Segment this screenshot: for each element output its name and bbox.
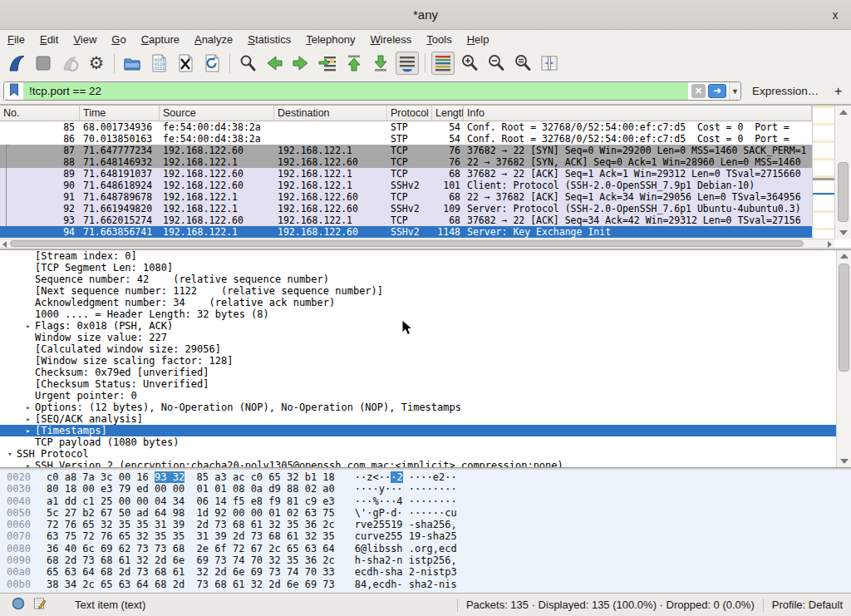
scroll-up-arrow[interactable] (840, 254, 849, 259)
expression-button[interactable]: Expression… (752, 85, 819, 97)
column-header-time[interactable]: Time (80, 106, 160, 121)
hex-row[interactable]: 008036 40 6c 69 62 73 73 68 2e 6f 72 67 … (0, 543, 851, 554)
detail-line[interactable]: [Calculated window size: 29056] (0, 343, 851, 355)
detail-line[interactable]: [Next sequence number: 1122 (relative se… (0, 285, 851, 297)
menu-go[interactable]: Go (104, 32, 133, 47)
column-header-source[interactable]: Source (160, 106, 274, 121)
filter-add-button[interactable]: + (834, 84, 842, 99)
display-filter-input[interactable] (24, 82, 688, 100)
scrollbar-thumb[interactable] (839, 264, 849, 372)
zoom-out-button[interactable] (485, 52, 508, 75)
packet-list-vertical-scrollbar[interactable] (834, 106, 851, 239)
column-header-no[interactable]: No. (0, 106, 80, 121)
close-window-button[interactable]: x (828, 7, 843, 22)
expert-info-button[interactable] (12, 597, 25, 613)
go-last-button[interactable] (369, 52, 392, 75)
scrollbar-thumb[interactable] (838, 162, 849, 222)
packet-row-88[interactable]: 8871.648146932192.168.122.1192.168.122.6… (0, 156, 812, 168)
go-forward-button[interactable] (289, 52, 312, 75)
packet-row-89[interactable]: 8971.648191037192.168.122.60192.168.122.… (0, 168, 812, 180)
stop-capture-button[interactable] (32, 52, 55, 75)
hex-row[interactable]: 0020c0 a8 7a 3c 00 16 93 32 85 a3 ac c0 … (0, 471, 851, 483)
menu-wireless[interactable]: Wireless (363, 32, 420, 47)
expander-icon[interactable]: ▸ (22, 460, 35, 468)
detail-line-flags[interactable]: ▸Flags: 0x018 (PSH, ACK) (0, 320, 851, 332)
filter-bookmark-button[interactable] (4, 82, 24, 100)
zoom-reset-button[interactable] (511, 52, 534, 75)
detail-line[interactable]: 1000 .... = Header Length: 32 bytes (8) (0, 308, 851, 320)
packet-row-87[interactable]: 8771.647777234192.168.122.60192.168.122.… (0, 145, 812, 156)
auto-scroll-button[interactable] (396, 52, 419, 75)
packet-row-86[interactable]: 8670.013850163fe:54:00:d4:38:2aSTP54Conf… (0, 133, 812, 145)
scroll-left-arrow[interactable] (2, 241, 7, 248)
menu-edit[interactable]: Edit (32, 32, 66, 47)
menu-view[interactable]: View (66, 32, 104, 47)
detail-line-seq-ack[interactable]: ▸[SEQ/ACK analysis] (0, 413, 851, 425)
go-to-packet-button[interactable] (316, 52, 339, 75)
go-first-button[interactable] (342, 52, 366, 75)
hex-row[interactable]: 007063 75 72 76 65 32 35 35 31 39 2d 73 … (0, 530, 851, 542)
filter-apply-button[interactable]: ➜ (708, 84, 726, 98)
detail-line[interactable]: Checksum: 0x79ed [unverified] (0, 367, 851, 378)
menu-tools[interactable]: Tools (419, 32, 459, 47)
detail-vertical-scrollbar[interactable] (836, 250, 851, 467)
packet-row-93[interactable]: 9371.662015274192.168.122.60192.168.122.… (0, 214, 812, 226)
detail-line[interactable]: [Window size scaling factor: 128] (0, 355, 851, 367)
column-header-destination[interactable]: Destination (274, 106, 387, 121)
close-file-button[interactable] (174, 52, 197, 75)
packet-row-94-selected[interactable]: 9471.663856741192.168.122.1192.168.122.6… (0, 226, 812, 238)
detail-line[interactable]: Sequence number: 42 (relative sequence n… (0, 274, 851, 285)
column-header-length[interactable]: Length (432, 106, 464, 121)
filter-clear-button[interactable]: ✕ (691, 84, 706, 98)
packet-list-horizontal-scrollbar[interactable] (0, 239, 834, 248)
hex-row[interactable]: 00a065 63 64 68 2d 73 68 61 32 2d 6e 69 … (0, 566, 851, 578)
detail-line[interactable]: [Checksum Status: Unverified] (0, 378, 851, 390)
find-packet-button[interactable] (236, 52, 259, 75)
colorize-button[interactable] (431, 52, 455, 75)
capture-options-button[interactable]: ⚙ (85, 52, 108, 75)
packet-list-minimap[interactable] (812, 106, 834, 239)
packet-row-92[interactable]: 9271.661949820192.168.122.1192.168.122.6… (0, 203, 812, 214)
packet-row-90[interactable]: 9071.648618924192.168.122.60192.168.122.… (0, 180, 812, 191)
detail-line[interactable]: TCP payload (1080 bytes) (0, 436, 851, 448)
detail-line[interactable]: [TCP Segment Len: 1080] (0, 262, 851, 274)
capture-comment-button[interactable] (33, 597, 47, 613)
expander-icon[interactable]: ▸ (22, 320, 35, 332)
save-file-button[interactable]: 010101100111 (147, 52, 170, 75)
packet-row-85[interactable]: 8568.001734936fe:54:00:d4:38:2aSTP54Conf… (0, 121, 812, 133)
expander-icon[interactable]: ▾ (3, 448, 17, 460)
hex-row[interactable]: 0040a1 dd c1 25 00 00 04 34 06 14 f5 e8 … (0, 495, 851, 507)
resize-columns-button[interactable] (538, 52, 561, 75)
expander-icon[interactable]: ▸ (22, 402, 35, 413)
detail-line-timestamps-selected[interactable]: ▸[Timestamps] (0, 425, 836, 436)
zoom-in-button[interactable] (458, 52, 481, 75)
reload-file-button[interactable] (200, 52, 224, 75)
detail-line-options[interactable]: ▸Options: (12 bytes), No-Operation (NOP)… (0, 402, 851, 413)
restart-capture-button[interactable] (58, 52, 81, 75)
detail-line[interactable]: Window size value: 227 (0, 332, 851, 343)
profile-text[interactable]: Profile: Default (772, 599, 843, 611)
hex-row[interactable]: 003080 18 00 e3 79 ed 00 00 01 01 08 0a … (0, 483, 851, 495)
scroll-up-arrow[interactable] (839, 110, 848, 115)
column-header-info[interactable]: Info (464, 106, 812, 121)
expander-icon[interactable]: ▸ (22, 425, 35, 436)
start-capture-button[interactable] (5, 52, 28, 75)
menu-help[interactable]: Help (460, 32, 497, 47)
detail-line[interactable]: Urgent pointer: 0 (0, 390, 851, 402)
hex-row[interactable]: 009068 2d 73 68 61 32 2d 6e 69 73 74 70 … (0, 554, 851, 566)
column-header-protocol[interactable]: Protocol (387, 106, 432, 121)
go-back-button[interactable] (263, 52, 286, 75)
menu-capture[interactable]: Capture (134, 32, 187, 47)
menu-statistics[interactable]: Statistics (240, 32, 298, 47)
hex-row[interactable]: 00505c 27 b2 67 50 ad 64 98 1d 92 00 00 … (0, 507, 851, 519)
detail-line[interactable]: [Stream index: 0] (0, 250, 851, 262)
scroll-right-arrow[interactable] (828, 241, 832, 248)
scrollbar-thumb[interactable] (10, 240, 804, 247)
hex-row[interactable]: 00b038 34 2c 65 63 64 68 2d 73 68 61 32 … (0, 579, 851, 590)
hex-row[interactable]: 006072 76 65 32 35 35 31 39 2d 73 68 61 … (0, 519, 851, 530)
detail-line-ssh-protocol[interactable]: ▾SSH Protocol (0, 448, 851, 460)
menu-analyze[interactable]: Analyze (187, 32, 240, 47)
scroll-down-arrow[interactable] (840, 459, 849, 464)
detail-line[interactable]: Acknowledgment number: 34 (relative ack … (0, 297, 851, 308)
filter-history-dropdown[interactable]: ▼ (729, 82, 740, 100)
